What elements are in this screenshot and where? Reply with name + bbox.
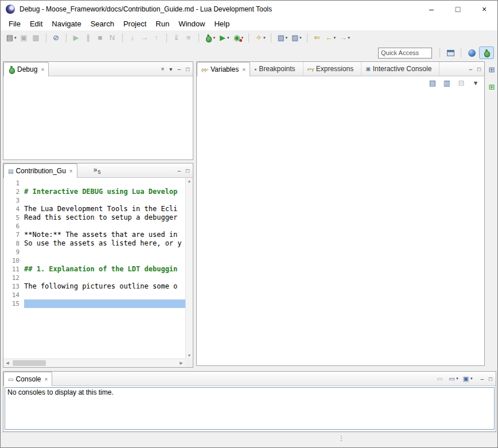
- resume-icon[interactable]: ▶: [71, 32, 83, 44]
- suspend-icon[interactable]: ∥: [83, 32, 95, 44]
- use-step-filters-icon[interactable]: ≡: [183, 32, 195, 44]
- editor-line[interactable]: 6: [3, 222, 185, 231]
- toolbar-separator[interactable]: [119, 32, 127, 44]
- minimized-view-restore-icon[interactable]: ⊞: [486, 64, 497, 76]
- back-icon[interactable]: ← ▾: [324, 32, 338, 44]
- menu-item[interactable]: Edit: [25, 18, 47, 30]
- close-button[interactable]: ×: [471, 1, 497, 18]
- search-dropdown-icon[interactable]: ▨ ▾: [289, 32, 304, 44]
- maximize-view-icon[interactable]: □: [186, 66, 189, 72]
- line-number[interactable]: 15: [3, 300, 24, 307]
- drop-to-frame-icon[interactable]: ⇓: [171, 32, 183, 44]
- app-icon[interactable]: [6, 5, 15, 14]
- editor-line[interactable]: 5 Read this section to setup a debugger: [3, 213, 185, 222]
- run-dropdown-icon[interactable]: ▶ ▾: [217, 32, 231, 44]
- save-icon[interactable]: ▣: [18, 32, 30, 44]
- step-over-icon[interactable]: →: [139, 32, 151, 44]
- open-wizard-icon[interactable]: ▧ ▾: [275, 32, 290, 44]
- scroll-left-icon[interactable]: ◀: [3, 361, 11, 365]
- line-number[interactable]: 11: [3, 266, 24, 273]
- editor-vscrollbar[interactable]: ▲ ▼: [185, 178, 193, 359]
- editor-line[interactable]: 1: [3, 179, 185, 188]
- editor-line[interactable]: 14: [3, 291, 185, 299]
- line-number[interactable]: 8: [3, 240, 24, 247]
- pin-console-icon[interactable]: ▭: [435, 373, 445, 384]
- maximize-button[interactable]: □: [445, 1, 471, 18]
- disconnect-icon[interactable]: N: [107, 32, 119, 44]
- sash-grip-icon[interactable]: ⋮: [338, 434, 345, 442]
- editor-line[interactable]: 11 ## 1. Explanation of the LDT debuggin: [3, 265, 185, 274]
- maximize-view-icon[interactable]: □: [186, 167, 189, 174]
- minimize-button[interactable]: –: [418, 1, 445, 18]
- close-icon[interactable]: ×: [242, 67, 246, 73]
- new-icon[interactable]: ▤ ▾: [4, 32, 18, 44]
- editor-line[interactable]: 8 So use the assets as listed here, or y: [3, 239, 185, 248]
- open-console-icon[interactable]: ▣ ▾: [461, 373, 473, 384]
- last-edit-location-icon[interactable]: ⇐: [312, 32, 324, 44]
- quick-access-input[interactable]: [378, 48, 432, 59]
- toolbar-separator[interactable]: [163, 32, 171, 44]
- view-menu-icon[interactable]: ▾: [169, 66, 172, 72]
- tab-interactive-console[interactable]: ▣ Interactive Console: [361, 62, 439, 76]
- scroll-thumb[interactable]: [13, 360, 46, 366]
- show-type-names-icon[interactable]: ▥: [441, 77, 453, 89]
- tab-console[interactable]: ▭ Console ×: [3, 372, 52, 386]
- editor-line[interactable]: 4 The Lua Development Tools in the Ecli: [3, 205, 185, 213]
- maximize-view-icon[interactable]: □: [477, 66, 481, 72]
- menu-item[interactable]: Search: [86, 18, 119, 30]
- toolbar-separator[interactable]: [63, 32, 71, 44]
- display-selected-console-icon[interactable]: ▭ ▾: [447, 373, 459, 384]
- line-number[interactable]: 4: [3, 205, 24, 213]
- editor-line[interactable]: 10: [3, 256, 185, 265]
- debug-dropdown-icon[interactable]: ▾: [203, 32, 217, 44]
- minimize-view-icon[interactable]: –: [469, 66, 472, 72]
- step-into-icon[interactable]: ↓: [127, 32, 139, 44]
- save-all-icon[interactable]: ▩: [30, 32, 42, 44]
- show-logical-structure-icon[interactable]: ▤: [427, 77, 439, 89]
- terminate-icon[interactable]: ■: [95, 32, 107, 44]
- menu-item[interactable]: Help: [209, 18, 234, 30]
- forward-icon[interactable]: → ▾: [337, 32, 352, 44]
- toolbar-separator[interactable]: [304, 32, 312, 44]
- toolbar-separator[interactable]: [195, 32, 203, 44]
- tab-breakpoints[interactable]: ● Breakpoints: [250, 62, 304, 76]
- toolbar-separator[interactable]: [245, 32, 253, 44]
- minimized-view-icon[interactable]: ⊞: [486, 81, 497, 94]
- line-number[interactable]: 6: [3, 223, 24, 230]
- line-number[interactable]: 5: [3, 214, 24, 221]
- editor-line[interactable]: 12: [3, 274, 185, 282]
- tab-contribution-guide[interactable]: ▤ Contribution_Gu ×: [3, 163, 77, 178]
- menu-item[interactable]: Window: [174, 18, 209, 30]
- external-tools-icon[interactable]: ◉ ▾: [231, 32, 246, 44]
- tab-expressions[interactable]: x+y Expressions: [304, 62, 362, 76]
- editor-line[interactable]: 7 **Note:** The assets that are used in: [3, 231, 185, 239]
- minimize-view-icon[interactable]: –: [177, 167, 181, 174]
- menu-item[interactable]: File: [4, 18, 25, 30]
- menu-item[interactable]: Navigate: [47, 18, 85, 30]
- minimize-view-icon[interactable]: –: [177, 66, 181, 72]
- tab-debug[interactable]: Debug ×: [3, 62, 49, 76]
- perspective-button-debug[interactable]: [479, 46, 494, 59]
- scroll-down-icon[interactable]: ▼: [185, 353, 193, 357]
- line-number[interactable]: 9: [3, 248, 24, 256]
- minimize-view-icon[interactable]: –: [480, 376, 484, 382]
- line-number[interactable]: 14: [3, 291, 24, 299]
- tab-variables[interactable]: (x)= Variables ×: [197, 62, 250, 76]
- step-return-icon[interactable]: ↑: [151, 32, 163, 44]
- editor-line[interactable]: 13 The following pictures outline some o: [3, 282, 185, 291]
- line-number[interactable]: 2: [3, 188, 24, 196]
- scroll-right-icon[interactable]: ▶: [177, 361, 185, 365]
- perspective-button-ldt[interactable]: [464, 46, 479, 59]
- line-number[interactable]: 12: [3, 274, 24, 282]
- menu-item[interactable]: Project: [119, 18, 151, 30]
- line-number[interactable]: 3: [3, 197, 24, 204]
- code-area[interactable]: 1 2 # Interactive DEBUG using Lua Develo…: [3, 179, 185, 359]
- view-menu-icon[interactable]: ▾: [470, 77, 482, 89]
- close-icon[interactable]: ×: [41, 67, 44, 73]
- line-number[interactable]: 13: [3, 283, 24, 290]
- collapse-all-icon[interactable]: ⊟: [456, 77, 468, 89]
- editor-line[interactable]: 3: [3, 196, 185, 205]
- editor-line[interactable]: 15: [3, 299, 185, 308]
- close-icon[interactable]: ×: [69, 168, 73, 174]
- close-icon[interactable]: ×: [44, 376, 48, 383]
